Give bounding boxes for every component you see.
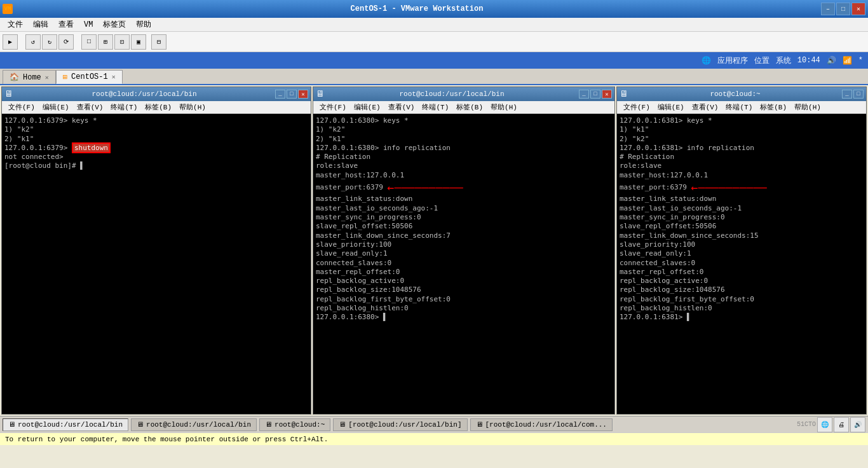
tab-home-close[interactable]: ✕ <box>45 74 49 81</box>
menu-edit[interactable]: 编辑 <box>28 18 53 31</box>
t2-menu-edit[interactable]: 编辑(E) <box>350 102 384 113</box>
close-button[interactable]: ✕ <box>851 3 865 15</box>
terminal1-body[interactable]: 127.0.0.1:6379> keys * 1) "k2" 2) "k1" 1… <box>2 114 311 414</box>
t2-menu-file[interactable]: 文件(F) <box>316 102 350 113</box>
t1-menu-tab[interactable]: 标签(B) <box>141 102 175 113</box>
terminal2-menubar: 文件(F) 编辑(E) 查看(V) 终端(T) 标签(B) 帮助(H) <box>313 101 614 114</box>
terminal3-body[interactable]: 127.0.0.1:6381> keys * 1) "k1" 2) "k2" 1… <box>617 114 866 414</box>
tab-centos-label: CentOS-1 <box>71 72 108 81</box>
terminal-panel-1: 🖥 root@cloud:/usr/local/bin _ □ ✕ 文件(F) … <box>1 86 311 415</box>
title-bar: VM CentOS-1 - VMware Workstation – □ ✕ <box>0 0 868 18</box>
taskbar-item-5[interactable]: 🖥 [root@cloud:/usr/local/com... <box>470 418 613 431</box>
taskbar-icon-1: 🖥 <box>8 420 15 429</box>
toolbar-btn-1[interactable]: ▶ <box>3 34 18 50</box>
taskbar-label-3: root@cloud:~ <box>275 421 325 429</box>
menu-view[interactable]: 查看 <box>53 18 79 31</box>
terminal3-menubar: 文件(F) 编辑(E) 查看(V) 终端(T) 标签(B) 帮助(H) <box>617 101 866 114</box>
taskbar-icon-4: 🖥 <box>339 420 346 429</box>
taskbar-label-1: root@cloud:/usr/local/bin <box>18 421 123 429</box>
term3-icon: 🖥 <box>620 89 628 99</box>
t3-menu-edit[interactable]: 编辑(E) <box>654 102 688 113</box>
t2-menu-help[interactable]: 帮助(H) <box>487 102 521 113</box>
minimize-button[interactable]: – <box>821 3 835 15</box>
menu-help[interactable]: 帮助 <box>131 18 156 31</box>
menu-bar: 文件 编辑 查看 VM 标签页 帮助 <box>0 18 868 32</box>
term2-maximize[interactable]: □ <box>590 90 600 99</box>
t2-menu-tab[interactable]: 标签(B) <box>452 102 487 113</box>
toolbar-btn-4[interactable]: ↻ <box>42 34 57 50</box>
terminal1-menubar: 文件(F) 编辑(E) 查看(V) 终端(T) 标签(B) 帮助(H) <box>2 101 311 114</box>
t3-menu-view[interactable]: 查看(V) <box>688 102 722 113</box>
tray-places[interactable]: 位置 <box>754 55 770 66</box>
taskbar-icon-3: 🖥 <box>265 420 272 429</box>
term2-close[interactable]: ✕ <box>602 90 612 99</box>
toolbar-btn-9[interactable]: ▣ <box>131 34 146 50</box>
term2-icon: 🖥 <box>316 89 325 99</box>
toolbar-btn-10[interactable]: ⊟ <box>151 34 166 50</box>
terminal2-title: root@cloud:/usr/local/bin <box>325 90 579 98</box>
t1-menu-help[interactable]: 帮助(H) <box>175 102 210 113</box>
toolbar-btn-3[interactable]: ↺ <box>25 34 41 50</box>
toolbar-btn-7[interactable]: ⊞ <box>98 34 113 50</box>
tray-bluetooth: * <box>858 56 863 65</box>
term1-minimize[interactable]: _ <box>275 90 285 99</box>
tab-centos[interactable]: ⊞ CentOS-1 ✕ <box>56 70 123 84</box>
tab-bar: 🏠 Home ✕ ⊞ CentOS-1 ✕ <box>0 69 868 85</box>
taskbar-item-4[interactable]: 🖥 [root@cloud:/usr/local/bin] <box>333 418 467 431</box>
tray-time: 10:44 <box>797 56 820 65</box>
term1-maximize[interactable]: □ <box>287 90 297 99</box>
t3-menu-tab[interactable]: 标签(B) <box>756 102 790 113</box>
term1-close[interactable]: ✕ <box>298 90 308 99</box>
tray-btn-2[interactable]: 🖨 <box>834 417 849 432</box>
taskbar-item-2[interactable]: 🖥 root@cloud:/usr/local/bin <box>131 418 257 431</box>
maximize-button[interactable]: □ <box>836 3 850 15</box>
t1-menu-file[interactable]: 文件(F) <box>4 102 39 113</box>
taskbar-label-5: [root@cloud:/usr/local/com... <box>485 421 607 429</box>
menu-file[interactable]: 文件 <box>3 18 28 31</box>
tray-network: 📶 <box>843 56 852 65</box>
term1-icon: 🖥 <box>4 89 13 99</box>
menu-vm[interactable]: VM <box>79 19 98 31</box>
tab-home-label: Home <box>23 73 41 82</box>
t1-menu-terminal[interactable]: 终端(T) <box>107 102 141 113</box>
title-bar-left: VM <box>3 4 13 14</box>
t1-menu-edit[interactable]: 编辑(E) <box>39 102 73 113</box>
toolbar-btn-6[interactable]: □ <box>81 34 97 50</box>
terminal3-titlebar: 🖥 root@cloud:~ _ □ <box>617 87 866 101</box>
terminal3-content: 127.0.0.1:6381> keys * 1) "k1" 2) "k2" 1… <box>620 116 864 322</box>
t3-menu-help[interactable]: 帮助(H) <box>790 102 825 113</box>
terminal1-titlebar: 🖥 root@cloud:/usr/local/bin _ □ ✕ <box>2 87 311 101</box>
tray-btn-3[interactable]: 🔊 <box>850 417 865 432</box>
t2-menu-terminal[interactable]: 终端(T) <box>418 102 452 113</box>
toolbar-btn-5[interactable]: ⟳ <box>58 34 74 50</box>
toolbar-btn-2[interactable] <box>19 34 24 50</box>
terminal-panel-2: 🖥 root@cloud:/usr/local/bin _ □ ✕ 文件(F) … <box>313 86 615 415</box>
terminal3-title: root@cloud:~ <box>628 90 842 98</box>
tray-icon: 🌐 <box>702 56 711 65</box>
taskbar-icon-5: 🖥 <box>476 420 483 429</box>
tab-centos-close[interactable]: ✕ <box>112 73 116 81</box>
menu-tabs[interactable]: 标签页 <box>98 18 131 31</box>
toolbar-btn-8[interactable]: ⊡ <box>114 34 130 50</box>
t3-menu-file[interactable]: 文件(F) <box>620 102 654 113</box>
term3-minimize[interactable]: _ <box>842 90 852 99</box>
status-hint-bar: To return to your computer, move the mou… <box>0 432 868 445</box>
toolbar: ▶ ↺ ↻ ⟳ □ ⊞ ⊡ ▣ ⊟ <box>0 32 868 52</box>
taskbar-item-3[interactable]: 🖥 root@cloud:~ <box>259 418 330 431</box>
term3-maximize[interactable]: □ <box>853 90 864 99</box>
shutdown-command: shutdown <box>72 142 111 153</box>
tray-system[interactable]: 系统 <box>776 55 791 66</box>
term2-minimize[interactable]: _ <box>579 90 589 99</box>
status-hint-text: To return to your computer, move the mou… <box>5 436 328 443</box>
taskbar-item-1[interactable]: 🖥 root@cloud:/usr/local/bin <box>3 418 128 431</box>
t3-menu-terminal[interactable]: 终端(T) <box>722 102 756 113</box>
terminal2-controls: _ □ ✕ <box>579 90 612 99</box>
tray-apps[interactable]: 应用程序 <box>717 55 748 66</box>
t1-menu-view[interactable]: 查看(V) <box>73 102 107 113</box>
taskbar-icon-2: 🖥 <box>137 420 144 429</box>
tray-btn-1[interactable]: 🌐 <box>817 417 832 432</box>
terminal2-body[interactable]: 127.0.0.1:6380> keys * 1) "k2" 2) "k1" 1… <box>313 114 614 414</box>
t2-menu-view[interactable]: 查看(V) <box>384 102 419 113</box>
terminal1-title: root@cloud:/usr/local/bin <box>13 90 275 98</box>
tab-home[interactable]: 🏠 Home ✕ <box>3 70 56 84</box>
